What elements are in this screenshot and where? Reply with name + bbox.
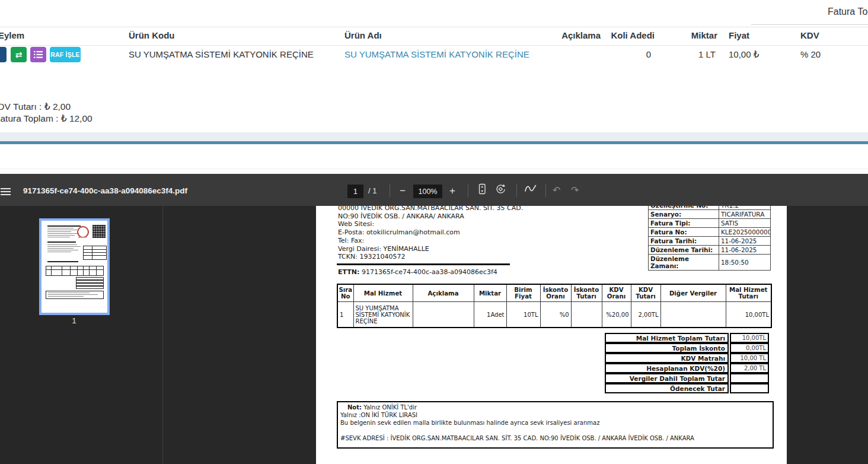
fatura-toplam-summary: Fatura Toplam : ₺ 12,00 [0, 113, 92, 124]
thumbnail-page-number: 1 [59, 316, 89, 325]
thumbnail-logo [77, 226, 89, 238]
invoice-meta-table: Özelleştirme No:TR1.2 Senaryo:TICARIFATU… [648, 206, 771, 271]
note-shipping-address: #SEVK ADRESİ : İVEDİK ORG.SAN.MATBAACILA… [340, 434, 770, 442]
items-header-row: Sıra NoMal Hizmet AçıklamaMiktar Birim F… [337, 284, 771, 302]
toolbar-separator [545, 184, 546, 197]
col-header-miktar: Miktar [658, 30, 717, 40]
row-fiyat: 10,00 ₺ [729, 49, 759, 60]
note-text: Yalnız ONİKİ TL'dir [362, 404, 417, 411]
ettn-line: ETTN: 9171365f-ce74-400c-aa38-a094086ec3… [338, 268, 497, 276]
info-button[interactable]: i [0, 47, 7, 62]
zoom-level-input[interactable]: 100% [413, 185, 442, 198]
meta-row: Düzenleme Tarihi:11-06-2025 [649, 246, 771, 255]
invoice-note-box: Not: Yalnız ONİKİ TL'dir Yalnız :ON İKİ … [337, 401, 774, 449]
note-label: Not: [347, 404, 362, 411]
transfer-arrows-icon: ⇄ [15, 50, 23, 59]
pdf-content-area: 1 00000 İVEDİK ORG.SAN.MATBAACILAR SAN. … [0, 206, 868, 464]
items-data-row: 1 SU YUMŞATMA SİSTEMİ KATYONİK REÇİNE 1A… [337, 302, 771, 328]
col-header-urun-adi: Ürün Adı [344, 30, 382, 40]
meta-row: Senaryo:TICARIFATURA [649, 210, 771, 219]
totals-row: Mal Hizmet Toplam Tutarı10,00TL [605, 333, 769, 343]
pdf-toolbar: 9171365f-ce74-400c-aa38-a094086ec3f4.pdf… [0, 174, 868, 206]
pdf-page: 00000 İVEDİK ORG.SAN.MATBAACILAR SAN. Sİ… [316, 206, 787, 464]
zoom-out-button[interactable]: − [396, 185, 409, 198]
seller-tel: Tel: Fax: [338, 237, 523, 245]
row-urun-kodu: SU YUMŞATMA SİSTEMİ KATYONİK REÇİNE [129, 49, 314, 59]
seller-vergi-dairesi: Vergi Dairesi: YENİMAHALLE [338, 245, 523, 253]
kdv-tutari-summary: KDV Tutarı : ₺ 2,00 [0, 101, 71, 112]
zoom-in-button[interactable]: + [446, 185, 459, 198]
row-miktar: 1 LT [658, 49, 716, 59]
page-number-input[interactable]: 1 [347, 185, 363, 198]
raf-isle-button[interactable]: RAF İŞLE [50, 47, 81, 62]
col-header-fiyat: Fiyat [729, 30, 749, 40]
col-header-koli-adedi: Koli Adedi [595, 30, 655, 40]
note-amount-words: Yalnız :ON İKİ TÜRK LIRASI [340, 411, 770, 419]
seller-info-block: 00000 İVEDİK ORG.SAN.MATBAACILAR SAN. Sİ… [338, 206, 523, 261]
invoice-items-table: Sıra NoMal Hizmet AçıklamaMiktar Birim F… [337, 284, 772, 328]
col-header-aciklama: Açıklama [541, 30, 601, 40]
row-kdv: % 20 [800, 49, 821, 59]
ettn-label: ETTN: [338, 268, 359, 276]
col-header-eylem: Eylem [0, 30, 24, 40]
col-header-kdv: KDV [800, 30, 819, 40]
totals-row: KDV Matrahı10,00 TL [605, 353, 769, 363]
fit-to-page-icon[interactable] [476, 183, 488, 196]
ettn-value: 9171365f-ce74-400c-aa38-a094086ec3f4 [359, 268, 497, 276]
row-urun-adi-link[interactable]: SU YUMŞATMA SİSTEMİ KATYONİK REÇİNE [344, 49, 529, 59]
list-icon [34, 51, 43, 58]
meta-row: Fatura Tipi:SATIS [649, 219, 771, 228]
thumbnail-panel-divider [162, 206, 163, 464]
seller-address-2: NO:90 İVEDİK OSB. / ANKARA/ ANKARA [338, 212, 523, 221]
totals-row: Toplam İskonto0,00TL [605, 343, 769, 353]
seller-address-1: 00000 İVEDİK ORG.SAN.MATBAACILAR SAN. Sİ… [338, 206, 523, 212]
grid-top-border [0, 27, 868, 27]
list-button[interactable] [30, 47, 46, 62]
panel-border [751, 24, 868, 25]
section-band [0, 132, 868, 141]
meta-row: Fatura Tarihi:11-06-2025 [649, 237, 771, 246]
thumbnail-logo-text [78, 237, 87, 238]
toolbar-separator [516, 184, 517, 197]
section-accent-bar [0, 141, 868, 144]
totals-row: Ödenecek Tutar [605, 383, 769, 393]
menu-icon[interactable] [1, 188, 11, 195]
meta-row: Fatura No:KLE2025000000029 [649, 228, 771, 237]
divider-line [337, 263, 510, 265]
row-koli-adedi: 0 [595, 49, 651, 59]
page-thumbnail[interactable] [39, 218, 110, 315]
totals-row: Hesaplanan KDV(%20)2,00 TL [605, 363, 769, 373]
col-header-urun-kodu: Ürün Kodu [129, 30, 174, 40]
rotate-icon[interactable] [494, 183, 506, 196]
draw-icon[interactable] [524, 183, 537, 196]
totals-row: Vergiler Dahil Toplam Tutar [605, 373, 769, 383]
thumbnail-qr-code [92, 225, 106, 238]
grid-header-border [0, 45, 868, 46]
page-count: / 1 [368, 186, 376, 195]
transfer-button[interactable]: ⇄ [11, 47, 27, 62]
seller-tckn: TCKN: 19321040572 [338, 253, 523, 261]
screen: Fatura To Eylem Ürün Kodu Ürün Adı Açıkl… [0, 0, 868, 464]
seller-web: Web Sitesi: [338, 220, 523, 228]
meta-row: Düzenleme Zamanı:18:50:50 [649, 255, 771, 271]
redo-icon[interactable]: ↷ [571, 185, 579, 196]
fatura-panel-title: Fatura To [828, 7, 867, 17]
note-shipping-clause: Bu belgenin sevk edilen malla birlikte b… [340, 419, 770, 427]
toolbar-separator [468, 184, 468, 197]
pdf-filename: 9171365f-ce74-400c-aa38-a094086ec3f4.pdf [23, 186, 187, 195]
faint-divider [0, 169, 868, 169]
undo-icon[interactable]: ↶ [553, 185, 560, 196]
toolbar-separator [390, 184, 390, 197]
seller-email: E-Posta: otokilicrulman@hotmail.com [338, 228, 523, 237]
